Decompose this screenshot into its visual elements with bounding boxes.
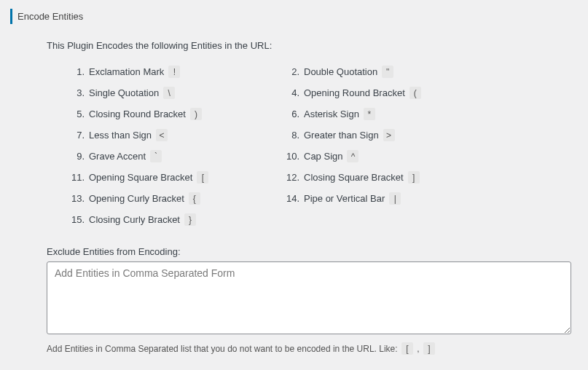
hint-chip-2: ] bbox=[423, 342, 435, 355]
intro-text: This Plugin Encodes the following Entiti… bbox=[47, 40, 578, 51]
entity-symbol-chip: * bbox=[364, 108, 375, 120]
entity-label: Closing Round Bracket bbox=[89, 109, 186, 119]
entity-label: Cap Sign bbox=[304, 151, 342, 162]
entity-symbol-chip: ` bbox=[150, 150, 162, 162]
hint-chip-1: [ bbox=[401, 342, 413, 355]
entity-number: 13. bbox=[71, 193, 85, 204]
entity-number: 15. bbox=[71, 214, 85, 225]
entity-number: 7. bbox=[71, 130, 85, 141]
entity-number: 2. bbox=[286, 66, 299, 77]
entity-row: 11.Opening Square Bracket[12.Closing Squ… bbox=[71, 167, 578, 188]
entity-item: 6.Asterisk Sign* bbox=[286, 103, 578, 125]
entity-symbol-chip: } bbox=[184, 213, 196, 226]
entity-label: Closing Square Bracket bbox=[304, 172, 404, 183]
entity-label: Greater than Sign bbox=[304, 130, 379, 141]
entity-number: 12. bbox=[286, 172, 299, 183]
entity-label: Double Quotation bbox=[304, 66, 377, 77]
entity-label: Asterisk Sign bbox=[304, 109, 359, 119]
entity-symbol-chip: [ bbox=[197, 171, 208, 184]
entity-label: Opening Round Bracket bbox=[304, 87, 405, 98]
entities-list: 1.Exclamation Mark!2.Double Quotation"3.… bbox=[47, 61, 578, 230]
entity-number: 1. bbox=[71, 66, 85, 77]
panel-content: This Plugin Encodes the following Entiti… bbox=[10, 40, 578, 370]
entity-number: 8. bbox=[286, 130, 299, 141]
hint-sep: , bbox=[417, 344, 419, 354]
entity-label: Pipe or Vertical Bar bbox=[304, 193, 385, 204]
entity-item: 8.Greater than Sign> bbox=[286, 125, 578, 146]
entity-label: Exclamation Mark bbox=[89, 66, 164, 77]
entity-item: 7.Less than Sign< bbox=[71, 125, 286, 146]
entity-label: Single Quotation bbox=[89, 87, 159, 98]
entity-item: 4.Opening Round Bracket( bbox=[286, 82, 578, 103]
entity-row: 1.Exclamation Mark!2.Double Quotation" bbox=[71, 61, 578, 82]
entity-number: 4. bbox=[286, 87, 299, 98]
entity-item: 5.Closing Round Bracket) bbox=[71, 103, 286, 125]
entity-row: 5.Closing Round Bracket)6.Asterisk Sign* bbox=[71, 103, 578, 125]
exclude-label: Exclude Entities from Encoding: bbox=[47, 246, 578, 257]
entity-symbol-chip: ] bbox=[408, 171, 420, 184]
entity-item bbox=[286, 209, 578, 230]
entity-label: Closing Curly Bracket bbox=[89, 214, 180, 225]
entity-symbol-chip: " bbox=[382, 66, 393, 78]
entity-symbol-chip: > bbox=[383, 129, 395, 141]
entity-row: 9.Grave Accent`10.Cap Sign^ bbox=[71, 146, 578, 167]
entity-item: 11.Opening Square Bracket[ bbox=[71, 167, 286, 188]
entity-number: 3. bbox=[71, 87, 85, 98]
entity-symbol-chip: { bbox=[189, 192, 200, 205]
entity-number: 10. bbox=[286, 151, 299, 162]
entity-item: 14.Pipe or Vertical Bar| bbox=[286, 188, 578, 209]
entity-row: 3.Single Quotation\4.Opening Round Brack… bbox=[71, 82, 578, 103]
entity-item: 10.Cap Sign^ bbox=[286, 146, 578, 167]
entity-symbol-chip: ( bbox=[409, 87, 421, 99]
entity-item: 12.Closing Square Bracket] bbox=[286, 167, 578, 188]
entity-number: 9. bbox=[71, 151, 85, 162]
hint-text: Add Entities in Comma Separated list tha… bbox=[47, 344, 398, 354]
entity-label: Grave Accent bbox=[89, 151, 146, 162]
entity-symbol-chip: < bbox=[156, 129, 168, 141]
entity-symbol-chip: ^ bbox=[347, 150, 358, 162]
entity-number: 11. bbox=[71, 172, 85, 183]
entity-number: 5. bbox=[71, 109, 85, 119]
entity-label: Opening Square Bracket bbox=[89, 172, 192, 183]
entity-item: 2.Double Quotation" bbox=[286, 61, 578, 82]
encode-entities-panel: Encode Entities This Plugin Encodes the … bbox=[0, 0, 588, 370]
entity-symbol-chip: ! bbox=[168, 66, 180, 78]
entity-item: 1.Exclamation Mark! bbox=[71, 61, 286, 82]
exclude-entities-input[interactable] bbox=[47, 261, 571, 334]
entity-row: 7.Less than Sign<8.Greater than Sign> bbox=[71, 125, 578, 146]
exclude-hint: Add Entities in Comma Separated list tha… bbox=[47, 342, 578, 355]
entity-number: 6. bbox=[286, 109, 299, 119]
entity-item: 3.Single Quotation\ bbox=[71, 82, 286, 103]
entity-row: 15.Closing Curly Bracket} bbox=[71, 209, 578, 230]
entity-number: 14. bbox=[286, 193, 299, 204]
panel-title: Encode Entities bbox=[10, 9, 578, 24]
entity-symbol-chip: \ bbox=[163, 87, 175, 99]
entity-item: 13.Opening Curly Bracket{ bbox=[71, 188, 286, 209]
entity-label: Less than Sign bbox=[89, 130, 152, 141]
entity-row: 13.Opening Curly Bracket{14.Pipe or Vert… bbox=[71, 188, 578, 209]
entity-symbol-chip: | bbox=[389, 192, 401, 205]
entity-item: 15.Closing Curly Bracket} bbox=[71, 209, 286, 230]
entity-label: Opening Curly Bracket bbox=[89, 193, 184, 204]
entity-item: 9.Grave Accent` bbox=[71, 146, 286, 167]
entity-symbol-chip: ) bbox=[190, 108, 202, 120]
